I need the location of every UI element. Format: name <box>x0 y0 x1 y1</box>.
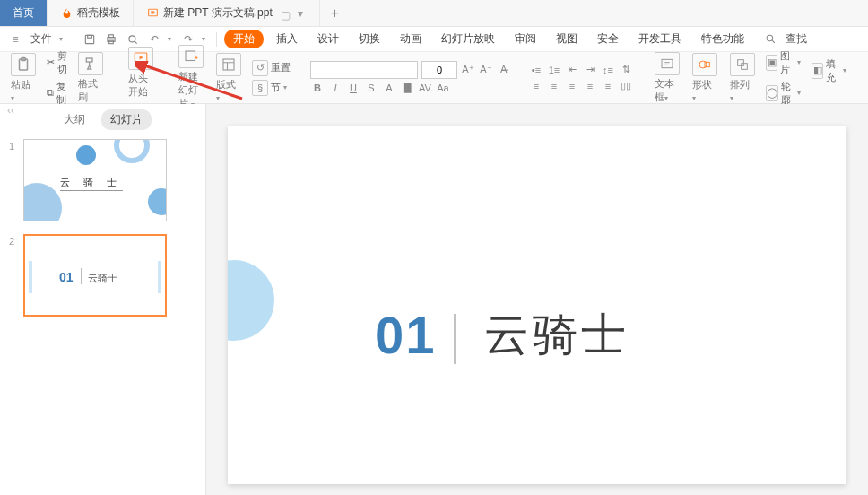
highlight-icon[interactable]: ▇ <box>400 81 414 95</box>
cut-button[interactable]: ✂剪切 <box>45 48 69 77</box>
line-spacing-icon[interactable]: ↕≡ <box>601 63 615 77</box>
font-name-input[interactable] <box>310 61 418 79</box>
tab-view[interactable]: 视图 <box>549 31 585 47</box>
strike-icon[interactable]: S <box>364 81 378 95</box>
tab-document[interactable]: 新建 PPT 演示文稿.ppt ▢ ▾ <box>134 0 320 26</box>
line-shape <box>60 190 123 191</box>
thumbnail-2[interactable]: 01 云骑士 <box>23 234 167 317</box>
font-color-icon[interactable]: A <box>382 81 396 95</box>
italic-icon[interactable]: I <box>328 81 343 95</box>
sidetab-outline[interactable]: 大纲 <box>55 109 94 130</box>
shape-group[interactable]: 形状▾ <box>689 53 721 102</box>
columns-icon[interactable]: ▯▯ <box>619 79 633 93</box>
tab-insert[interactable]: 插入 <box>269 31 305 47</box>
bold-icon[interactable]: B <box>310 81 325 95</box>
indent-inc-icon[interactable]: ⇥ <box>583 63 597 77</box>
reset-button[interactable]: ↺重置 <box>250 59 292 77</box>
font-size-input[interactable] <box>421 61 457 79</box>
undo-icon[interactable]: ↶ <box>146 31 162 48</box>
paste-icon[interactable] <box>11 53 36 76</box>
bar-shape <box>29 261 32 293</box>
tab-add[interactable]: + <box>320 0 350 26</box>
tab-transition[interactable]: 切换 <box>352 31 387 47</box>
layout-group[interactable]: 版式 ▾ <box>213 53 245 102</box>
ring-shape <box>114 139 150 163</box>
shape-extra-col: ▣图片▾ ◯轮廓▾ <box>764 48 806 108</box>
fill-button[interactable]: ◧填充▾ <box>810 56 852 85</box>
menu-icon[interactable]: ≡ <box>7 31 23 48</box>
tab-start[interactable]: 开始 <box>224 30 264 48</box>
grow-font-icon[interactable]: A⁺ <box>461 63 475 77</box>
tab-special[interactable]: 特色功能 <box>694 31 751 47</box>
format-painter-icon <box>78 52 103 75</box>
change-case-icon[interactable]: Aa <box>436 81 450 95</box>
clipboard-col: ✂剪切 ⧉复制 <box>45 48 69 108</box>
svg-rect-17 <box>738 60 744 66</box>
newslide-group[interactable]: 新建幻灯片 ▾ <box>175 45 207 110</box>
char-spacing-icon[interactable]: AV <box>418 81 432 95</box>
slide-canvas[interactable]: 01 云骑士 <box>206 104 868 495</box>
picture-button[interactable]: ▣图片▾ <box>764 48 806 77</box>
svg-rect-4 <box>109 34 114 37</box>
chevron-down-icon[interactable]: ▾ <box>59 35 63 43</box>
shrink-font-icon[interactable]: A⁻ <box>479 63 493 77</box>
align-left-icon[interactable]: ≡ <box>529 79 543 93</box>
format-painter-group[interactable]: 格式刷 <box>74 52 107 104</box>
current-slide[interactable]: 01 云骑士 <box>228 126 846 484</box>
numbering-icon[interactable]: 1≡ <box>547 63 561 77</box>
svg-rect-18 <box>742 64 748 70</box>
copy-button[interactable]: ⧉复制 <box>45 79 69 108</box>
pin-icon[interactable]: ▢ <box>281 9 290 18</box>
arrange-group[interactable]: 排列▾ <box>726 53 759 102</box>
print-icon[interactable] <box>103 31 119 48</box>
side-tabs: 大纲 幻灯片 <box>0 104 205 135</box>
svg-rect-1 <box>85 35 93 43</box>
tab-document-label: 新建 PPT 演示文稿.ppt <box>163 5 273 21</box>
outline-icon: ◯ <box>766 85 778 101</box>
tab-design[interactable]: 设计 <box>310 31 346 47</box>
bullets-icon[interactable]: •≡ <box>529 63 543 77</box>
fill-icon: ◧ <box>812 63 823 79</box>
format-painter-label: 格式刷 <box>78 77 103 104</box>
tab-review[interactable]: 审阅 <box>508 31 543 47</box>
underline-icon[interactable]: U <box>346 81 360 95</box>
fire-icon <box>60 7 73 20</box>
thumbnails: 1 云 骑 士 2 01 云骑士 <box>0 135 205 495</box>
preview-icon[interactable] <box>125 31 141 48</box>
tab-home[interactable]: 首页 <box>0 0 48 26</box>
play-group[interactable]: 从头开始 ▾ <box>125 47 157 109</box>
text-direction-icon[interactable]: ⇅ <box>619 63 633 77</box>
textbox-group[interactable]: 文本框▾ <box>651 52 683 104</box>
bar-shape <box>158 261 161 293</box>
sidetab-slides[interactable]: 幻灯片 <box>101 109 152 130</box>
collapse-icon[interactable]: ‹‹ <box>7 104 14 117</box>
tab-security[interactable]: 安全 <box>590 31 626 47</box>
tab-slideshow[interactable]: 幻灯片放映 <box>434 31 502 47</box>
save-icon[interactable] <box>82 31 98 48</box>
picture-icon: ▣ <box>766 55 777 71</box>
thumbnail-1[interactable]: 云 骑 士 <box>23 139 167 221</box>
chevron-down-icon[interactable]: ▾ <box>168 35 171 43</box>
thumb-number: 1 <box>9 139 18 221</box>
plus-icon: + <box>331 5 339 22</box>
outline-button[interactable]: ◯轮廓▾ <box>764 79 806 108</box>
circle-shape <box>76 145 96 165</box>
newslide-icon <box>178 45 204 68</box>
distribute-icon[interactable]: ≡ <box>601 79 615 93</box>
tab-devtools[interactable]: 开发工具 <box>631 31 689 47</box>
align-justify-icon[interactable]: ≡ <box>583 79 597 93</box>
close-icon[interactable]: ▾ <box>298 7 307 20</box>
search-icon[interactable] <box>762 31 778 48</box>
tab-template[interactable]: 稻壳模板 <box>48 0 134 26</box>
indent-dec-icon[interactable]: ⇤ <box>565 63 579 77</box>
svg-rect-13 <box>223 59 234 70</box>
chevron-down-icon[interactable]: ▾ <box>202 35 205 43</box>
align-center-icon[interactable]: ≡ <box>547 79 561 93</box>
search-label[interactable]: 查找 <box>784 31 809 47</box>
section-icon: § <box>252 80 268 96</box>
tab-animation[interactable]: 动画 <box>393 31 429 47</box>
clear-format-icon[interactable]: A̶ <box>497 63 511 77</box>
align-right-icon[interactable]: ≡ <box>565 79 579 93</box>
section-button[interactable]: §节▾ <box>250 79 292 97</box>
file-menu[interactable]: 文件 <box>29 31 54 47</box>
